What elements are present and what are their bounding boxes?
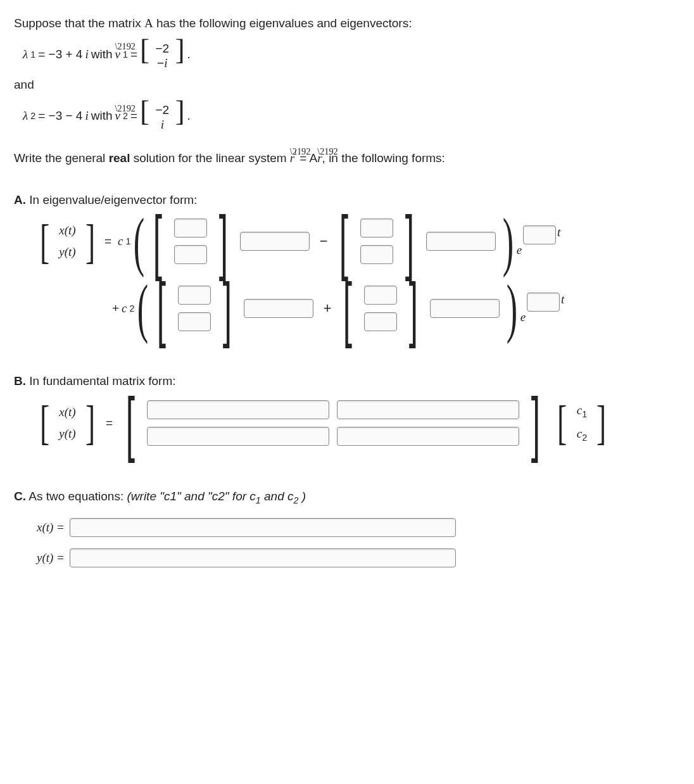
B-m12[interactable]: [337, 400, 519, 419]
A1-vec1-bot[interactable]: [174, 245, 207, 264]
eigen-2: λ2 = −3 − 4i with v2 = [ −2 i ] .: [14, 99, 680, 132]
A1-trig1[interactable]: [240, 232, 310, 251]
A-row1: [ x(t) y(t) ] = c1 ( [ ] − [ ] ) e t: [14, 214, 680, 269]
A1-vec1-top[interactable]: [174, 218, 207, 237]
C-x-row: x(t) =: [14, 518, 680, 537]
B-m22[interactable]: [337, 427, 519, 446]
eigen-1: λ1 = −3 + 4i with v1 = [ −2 −i ] .: [14, 38, 680, 71]
C-y-input[interactable]: [70, 548, 456, 567]
prompt-line: Write the general real solution for the …: [14, 149, 680, 167]
section-b-heading: B. In fundamental matrix form:: [14, 373, 680, 389]
and-label: and: [14, 77, 680, 93]
A2-vec2-bot[interactable]: [364, 312, 397, 331]
C-y-row: y(t) =: [14, 548, 680, 567]
A1-exp[interactable]: [523, 225, 556, 244]
A2-trig1[interactable]: [244, 299, 313, 318]
intro-line1: Suppose that the matrix A has the follow…: [14, 15, 680, 32]
A2-exp[interactable]: [527, 293, 560, 312]
A2-trig2[interactable]: [430, 299, 500, 318]
C-x-input[interactable]: [70, 518, 456, 537]
A2-vec1-top[interactable]: [178, 286, 211, 305]
A-row2: + c2 ( [ ] + [ ] ) e t: [14, 281, 680, 336]
section-c-heading: C. As two equations: (write "c1" and "c2…: [14, 488, 680, 507]
B-m21[interactable]: [147, 427, 329, 446]
B-m11[interactable]: [147, 400, 329, 419]
A2-vec2-top[interactable]: [364, 286, 397, 305]
A2-vec1-bot[interactable]: [178, 312, 211, 331]
A1-vec2-bot[interactable]: [360, 245, 393, 264]
A1-trig2[interactable]: [426, 232, 496, 251]
A1-vec2-top[interactable]: [360, 218, 393, 237]
B-row: [ x(t) y(t) ] = [ ] [ c1 c2 ]: [14, 396, 680, 450]
